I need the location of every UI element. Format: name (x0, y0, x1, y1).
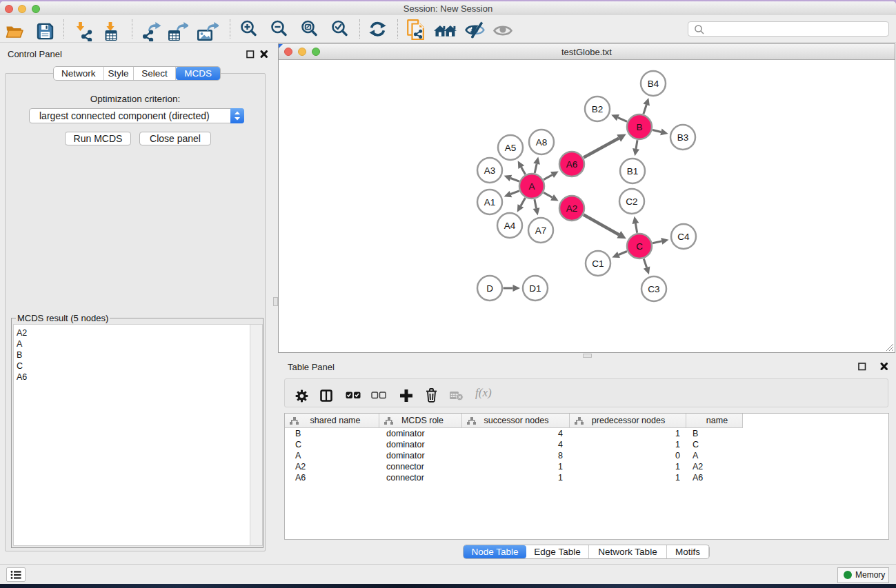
svg-text:A1: A1 (484, 197, 496, 207)
svg-text:C2: C2 (626, 196, 637, 207)
svg-text:f(x): f(x) (475, 386, 492, 399)
svg-text:B2: B2 (592, 104, 604, 114)
svg-text:D: D (486, 283, 493, 294)
svg-text:B1: B1 (627, 166, 639, 176)
svg-text:A6: A6 (566, 159, 578, 170)
svg-text:A2: A2 (566, 203, 578, 214)
svg-text:A: A (528, 181, 535, 192)
svg-text:B3: B3 (677, 132, 689, 143)
svg-text:C3: C3 (648, 284, 659, 294)
svg-text:A8: A8 (536, 137, 548, 148)
svg-text:D1: D1 (529, 283, 541, 294)
svg-text:B4: B4 (648, 79, 659, 89)
svg-text:A4: A4 (504, 221, 516, 231)
svg-text:A3: A3 (484, 165, 496, 176)
svg-text:B: B (636, 122, 642, 132)
svg-text:A7: A7 (535, 225, 547, 236)
svg-text:C1: C1 (592, 258, 604, 269)
svg-text:A5: A5 (505, 143, 517, 153)
svg-text:C4: C4 (677, 232, 690, 242)
svg-text:C: C (636, 241, 643, 252)
